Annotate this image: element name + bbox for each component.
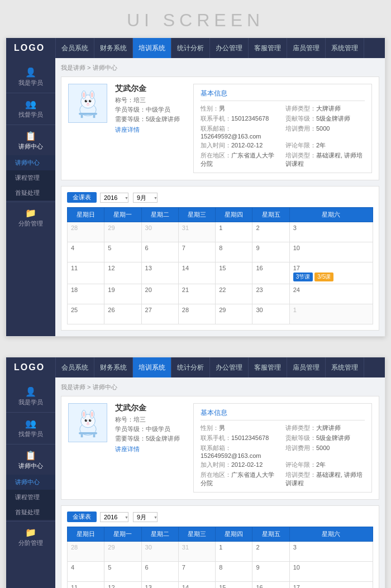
- sidebar-sub-item-courses[interactable]: 课程管理: [6, 170, 55, 185]
- cal-day-29b: 29: [216, 304, 252, 324]
- calendar-tab-2[interactable]: 金课表: [67, 511, 97, 522]
- info-level: 贡献等级：5级金牌讲师: [285, 114, 365, 123]
- svg-point-20: [84, 419, 87, 422]
- nav-item-2-service[interactable]: 客服管理: [249, 357, 287, 377]
- profile-detail-link-2[interactable]: 讲座详情: [115, 445, 188, 453]
- cal-2-header-tue: 星期二: [141, 527, 178, 542]
- year-select-2[interactable]: 2016: [100, 512, 128, 522]
- breadcrumb: 我是讲师 > 讲师中心: [61, 64, 379, 72]
- basic-info-section-2: 基本信息 性别：男 讲师类型：大牌讲师 联系手机：15012345678 贡献等…: [193, 403, 372, 493]
- screen-2: LOGO 会员系统 财务系统 培训系统 统计分析 办公管理 客服管理 庙员管理 …: [6, 357, 385, 588]
- cal-week-1: 28 29 30 31 1 2 3: [68, 222, 373, 242]
- avatar-image-2: [73, 408, 103, 438]
- month-select[interactable]: 9月: [133, 193, 158, 203]
- cal-day-8: 8: [216, 242, 252, 262]
- sidebar-label-student: 我是学员: [18, 79, 43, 87]
- cal-day-27: 27: [141, 304, 178, 324]
- nav-item-2-stats[interactable]: 统计分析: [171, 357, 210, 377]
- profile-detail-link[interactable]: 讲座详情: [115, 126, 188, 134]
- cal-2-day-17: 17 3节课 3/5课: [289, 582, 373, 589]
- nav-item-2-office[interactable]: 办公管理: [210, 357, 249, 377]
- info-years: 评论年限：2年: [285, 141, 365, 150]
- cal-day-29a: 29: [104, 222, 141, 242]
- nav-item-system[interactable]: 系统管理: [326, 38, 364, 58]
- nav-item-training[interactable]: 培训系统: [133, 38, 171, 58]
- year-select[interactable]: 2016: [100, 193, 128, 203]
- nav-item-2-system[interactable]: 系统管理: [326, 357, 364, 377]
- cal-day-20: 20: [141, 284, 178, 304]
- cal-day-21: 21: [178, 284, 215, 304]
- info-2-fee: 培训费用：5000: [285, 444, 365, 459]
- sidebar-sub-item-center[interactable]: 讲师中心: [6, 155, 55, 170]
- nav-item-office[interactable]: 办公管理: [210, 38, 249, 58]
- profile-info-left: 艾武尔金 称号：培三 学员等级：中级学员 需要等级：5级金牌讲师 讲座详情: [115, 84, 188, 134]
- svg-point-24: [87, 422, 89, 423]
- sidebar-2-sub-center[interactable]: 讲师中心: [6, 475, 55, 490]
- sidebar-item-find-student[interactable]: 👥 找督学员: [6, 94, 55, 123]
- svg-point-8: [86, 100, 87, 101]
- info-2-join-date: 加入时间：2012-02-12: [201, 461, 280, 469]
- cal-2-day-28a: 28: [68, 542, 104, 562]
- sidebar-2-instructor[interactable]: 📋 讲师中心: [6, 446, 55, 475]
- month-select-2[interactable]: 9月: [133, 512, 158, 522]
- profile-card-2: 艾武尔金 称号：培三 学员等级：中级学员 需要等级：5级金牌讲师 讲座详情 基本…: [61, 396, 379, 500]
- sidebar-2-label-student: 我是学员: [18, 398, 43, 407]
- nav-item-service[interactable]: 客服管理: [249, 38, 287, 58]
- info-region: 所在地区：广东省道人大学分院: [201, 151, 280, 168]
- sidebar-2-branch[interactable]: 📁 分阶管理: [6, 523, 55, 552]
- cal-2-week-1: 28 29 30 31 1 2 3: [68, 542, 373, 562]
- content-area-2: 我是讲师 > 讲师中心: [55, 377, 385, 588]
- sidebar-2-label-instructor: 讲师中心: [18, 462, 43, 470]
- sidebar-item-branch[interactable]: 📁 分阶管理: [6, 203, 55, 232]
- profile-name: 艾武尔金: [115, 84, 188, 94]
- sidebar-2-find[interactable]: 👥 找督学员: [6, 414, 55, 443]
- sidebar-item-instructor[interactable]: 📋 讲师中心: [6, 126, 55, 155]
- cal-header-mon: 星期一: [104, 208, 141, 222]
- nav-item-stats[interactable]: 统计分析: [171, 38, 210, 58]
- nav-item-2-finance[interactable]: 财务系统: [94, 357, 133, 377]
- cal-day-25: 25: [68, 304, 104, 324]
- sidebar-2-sub-questions[interactable]: 首疑处理: [6, 505, 55, 520]
- cal-day-22: 22: [216, 284, 252, 304]
- nav-item-2-training[interactable]: 培训系统: [133, 357, 171, 377]
- svg-point-9: [90, 100, 90, 101]
- cal-2-header-tr: 星期日 星期一 星期二 星期三 星期四 星期五 星期六: [68, 527, 373, 542]
- calendar-tab[interactable]: 金课表: [67, 192, 97, 203]
- svg-point-6: [84, 99, 87, 102]
- sidebar-sub-item-questions[interactable]: 首疑处理: [6, 185, 55, 200]
- cal-2-week-3: 11 12 13 14 15 16 17 3节课 3/5课: [68, 582, 373, 589]
- sidebar-2-sub-courses[interactable]: 课程管理: [6, 490, 55, 505]
- cal-2-day-11: 11: [68, 582, 104, 589]
- top-nav: LOGO 会员系统 财务系统 培训系统 统计分析 办公管理 客服管理 庙员管理 …: [6, 38, 385, 58]
- cal-day-1: 1: [216, 222, 252, 242]
- cal-2-day-29a: 29: [104, 542, 141, 562]
- info-training-type: 培训类型：基础课程, 讲师培训课程: [285, 151, 365, 168]
- month-select-wrap[interactable]: 9月: [133, 193, 160, 203]
- year-select-wrap[interactable]: 2016: [100, 193, 131, 203]
- nav-item-staff[interactable]: 庙员管理: [287, 38, 326, 58]
- cal-day-6: 6: [141, 242, 178, 262]
- cal-2-day-1: 1: [216, 542, 252, 562]
- cal-day-16: 16: [252, 262, 289, 284]
- sidebar-item-student[interactable]: 👤 我是学员: [6, 63, 55, 92]
- nav-item-2-members[interactable]: 会员系统: [55, 357, 94, 377]
- find-icon-2: 👥: [25, 418, 36, 429]
- cal-2-day-6: 6: [141, 562, 178, 582]
- month-select-wrap-2[interactable]: 9月: [133, 512, 160, 522]
- screens-wrapper: LOGO 会员系统 财务系统 培训系统 统计分析 办公管理 客服管理 庙员管理 …: [0, 37, 391, 588]
- year-select-wrap-2[interactable]: 2016: [100, 512, 131, 522]
- svg-rect-11: [79, 113, 97, 115]
- info-join-date: 加入时间：2012-02-12: [201, 141, 280, 150]
- cal-day-3: 3: [289, 222, 373, 242]
- event-badge-orange-1: 3/5课: [314, 273, 333, 281]
- nav-items-2: 会员系统 财务系统 培训系统 统计分析 办公管理 客服管理 庙员管理 系统管理: [55, 357, 385, 377]
- nav-item-members[interactable]: 会员系统: [55, 38, 94, 58]
- sidebar-label-find-student: 找督学员: [18, 111, 43, 119]
- nav-item-2-staff[interactable]: 庙员管理: [287, 357, 326, 377]
- info-2-phone: 联系手机：15012345678: [201, 434, 280, 442]
- sidebar-2-student[interactable]: 👤 我是学员: [6, 382, 55, 411]
- cal-2-day-3: 3: [289, 542, 373, 562]
- sidebar-2-label-branch: 分阶管理: [18, 539, 43, 547]
- nav-item-finance[interactable]: 财务系统: [94, 38, 133, 58]
- sidebar-divider-3: [6, 202, 55, 202]
